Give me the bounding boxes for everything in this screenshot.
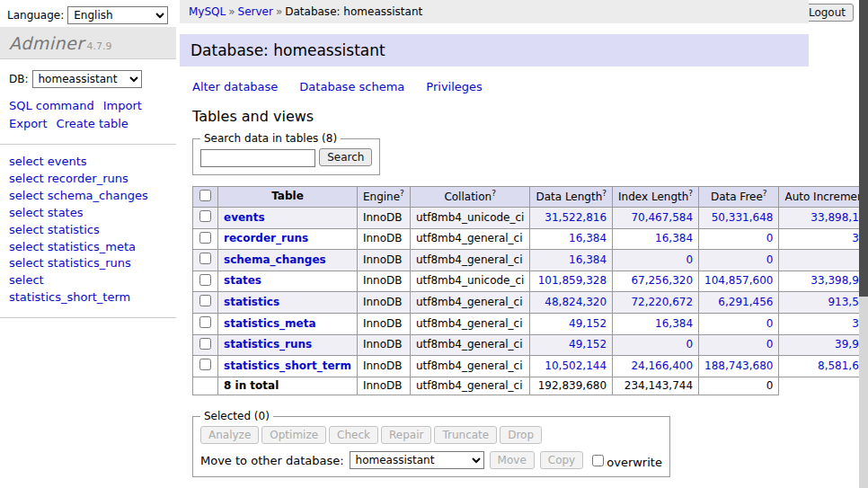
sidebar-select-link[interactable]: select	[9, 273, 44, 287]
move-db-select[interactable]: homeassistant	[350, 451, 484, 469]
table-name-link[interactable]: statistics_short_term	[224, 359, 351, 372]
data-length-link[interactable]: 49,152	[569, 317, 607, 330]
row-checkbox[interactable]	[199, 316, 211, 328]
column-help-link[interactable]: ?	[763, 189, 767, 198]
index-length-link[interactable]: 0	[686, 338, 693, 350]
db-selector-row: DB:homeassistant	[0, 59, 176, 95]
table-name-link[interactable]: recorder_runs	[224, 232, 308, 244]
col-header-collation[interactable]: Collation?	[410, 186, 530, 208]
sidebar-select-link[interactable]: select	[9, 256, 44, 270]
sidebar-table-link[interactable]: statistics_runs	[48, 256, 131, 270]
privileges-link[interactable]: Privileges	[426, 80, 483, 93]
column-help-link[interactable]: ?	[492, 189, 496, 198]
data-free-link[interactable]: 50,331,648	[712, 211, 774, 224]
column-help-link[interactable]: ?	[400, 189, 404, 198]
import-link[interactable]: Import	[103, 99, 142, 112]
table-name-link[interactable]: states	[224, 274, 261, 287]
row-checkbox[interactable]	[199, 253, 211, 264]
data-free-link[interactable]: 0	[766, 338, 774, 350]
col-header-table[interactable]: Table	[218, 186, 358, 208]
col-header-engine[interactable]: Engine?	[357, 186, 410, 208]
sidebar-table-link[interactable]: statistics_meta	[48, 240, 136, 253]
optimize-button[interactable]: Optimize	[261, 426, 326, 444]
sidebar-select-link[interactable]: select	[9, 189, 44, 202]
main-content: Database: homeassistant Alter databaseDa…	[180, 23, 809, 488]
scrollbar-thumb[interactable]	[859, 0, 868, 297]
analyze-button[interactable]: Analyze	[200, 426, 259, 444]
row-checkbox[interactable]	[199, 232, 211, 244]
sidebar-select-link[interactable]: select	[9, 172, 44, 185]
sidebar-table-link[interactable]: schema_changes	[48, 189, 148, 202]
table-name-link[interactable]: schema_changes	[224, 253, 326, 266]
data-length-link[interactable]: 31,522,816	[545, 211, 607, 224]
vertical-scrollbar[interactable]	[859, 0, 868, 488]
total-index-length: 234,143,744	[613, 377, 699, 395]
table-name-link[interactable]: statistics	[224, 296, 279, 308]
data-free-link[interactable]: 0	[766, 253, 774, 266]
breadcrumb-mysql-link[interactable]: MySQL	[189, 5, 226, 18]
sidebar-table-link[interactable]: states	[48, 206, 84, 219]
breadcrumb-server-link[interactable]: Server	[238, 5, 273, 18]
repair-button[interactable]: Repair	[381, 426, 431, 444]
drop-button[interactable]: Drop	[500, 426, 542, 444]
index-length-link[interactable]: 16,384	[655, 317, 693, 330]
sql-command-link[interactable]: SQL command	[9, 99, 94, 112]
index-length-link[interactable]: 67,256,320	[631, 274, 693, 287]
table-name-link[interactable]: events	[224, 211, 265, 224]
sidebar-select-link[interactable]: select	[9, 223, 44, 236]
table-name-link[interactable]: statistics_runs	[224, 338, 312, 350]
check-button[interactable]: Check	[329, 426, 378, 444]
search-input[interactable]	[200, 149, 315, 167]
data-free-link[interactable]: 0	[766, 317, 774, 330]
truncate-button[interactable]: Truncate	[434, 426, 497, 444]
overwrite-checkbox[interactable]	[592, 455, 604, 466]
data-length-link[interactable]: 16,384	[569, 232, 607, 244]
sidebar-select-link[interactable]: select	[9, 155, 44, 168]
data-length-link[interactable]: 16,384	[569, 253, 607, 266]
data-free-link[interactable]: 104,857,600	[704, 274, 773, 287]
data-free-link[interactable]: 0	[766, 232, 774, 244]
sidebar-table-link[interactable]: events	[48, 155, 87, 168]
data-free-link[interactable]: 188,743,680	[704, 359, 773, 372]
create-table-sidebar-link[interactable]: Create table	[57, 117, 128, 130]
alter-database-link[interactable]: Alter database	[192, 80, 278, 93]
row-checkbox[interactable]	[199, 274, 211, 286]
sidebar-table-link[interactable]: recorder_runs	[48, 172, 128, 185]
export-link[interactable]: Export	[9, 117, 48, 130]
search-button[interactable]: Search	[319, 148, 372, 166]
row-checkbox[interactable]	[199, 338, 211, 350]
column-help-link[interactable]: ?	[688, 189, 693, 198]
sidebar-select-link[interactable]: select	[9, 206, 44, 219]
data-free-link[interactable]: 6,291,456	[718, 296, 773, 308]
select-all-checkbox[interactable]	[199, 190, 211, 201]
collation-cell: utf8mb4_general_ci	[410, 292, 530, 314]
row-checkbox[interactable]	[199, 210, 211, 222]
total-engine: InnoDB	[357, 377, 410, 395]
move-button[interactable]: Move	[490, 451, 535, 469]
data-length-link[interactable]: 49,152	[569, 338, 607, 350]
sidebar-select-link[interactable]: select	[9, 240, 44, 253]
column-help-link[interactable]: ?	[602, 189, 607, 198]
index-length-link[interactable]: 0	[686, 253, 693, 266]
col-header-index-length[interactable]: Index Length?	[613, 186, 699, 208]
language-select[interactable]: English	[67, 6, 168, 24]
db-select[interactable]: homeassistant	[32, 70, 142, 88]
database-schema-link[interactable]: Database schema	[299, 80, 404, 93]
col-header-data-free[interactable]: Data Free?	[699, 186, 779, 208]
row-checkbox[interactable]	[199, 295, 211, 306]
copy-button[interactable]: Copy	[540, 451, 583, 469]
col-header-data-length[interactable]: Data Length?	[530, 186, 613, 208]
data-length-link[interactable]: 48,824,320	[545, 296, 607, 308]
search-fieldset: Search data in tables (8) Search	[192, 132, 380, 175]
row-checkbox[interactable]	[199, 359, 211, 370]
index-length-link[interactable]: 16,384	[655, 232, 693, 244]
sidebar-table-link[interactable]: statistics_short_term	[9, 290, 130, 304]
data-length-link[interactable]: 10,502,144	[545, 359, 607, 372]
data-length-link[interactable]: 101,859,328	[538, 274, 607, 287]
index-length-link[interactable]: 24,166,400	[631, 359, 693, 372]
sidebar-table-link[interactable]: statistics	[48, 223, 100, 236]
index-length-link[interactable]: 70,467,584	[631, 211, 693, 224]
table-name-link[interactable]: statistics_meta	[224, 317, 316, 330]
index-length-link[interactable]: 72,220,672	[631, 296, 693, 308]
col-header-auto-increment[interactable]: Auto Increment?	[779, 186, 868, 208]
